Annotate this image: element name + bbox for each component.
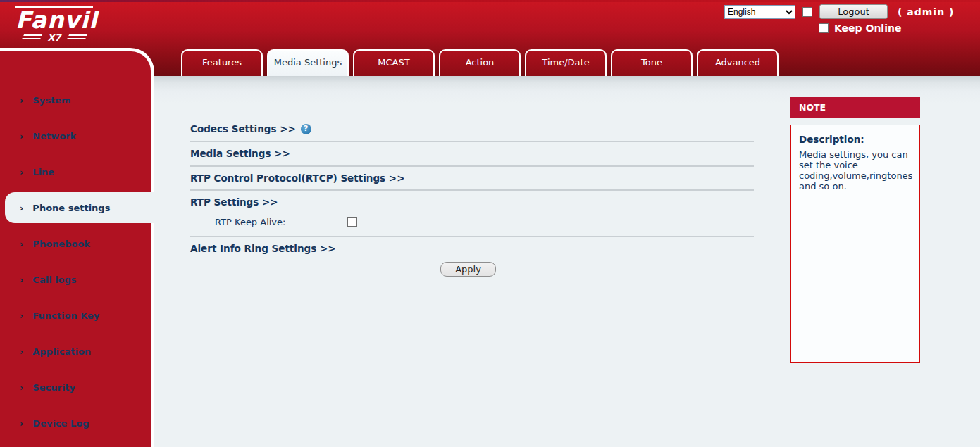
header-top-strip [0, 0, 980, 2]
section-rtcp-settings[interactable]: RTP Control Protocol(RTCP) Settings >> [190, 173, 754, 183]
chevron-right-icon [20, 346, 23, 357]
logo-speedlines-left-icon [21, 34, 42, 41]
sidebar-item-device-log[interactable]: Device Log [0, 405, 154, 441]
language-checkbox[interactable] [802, 7, 812, 17]
sidebar-item-label: System [32, 95, 70, 106]
rtp-keep-alive-checkbox[interactable] [347, 217, 357, 227]
keep-online-checkbox[interactable] [819, 23, 829, 33]
sidebar: System Network Line Phone settings Phone… [0, 48, 154, 447]
section-alert-info-ring-settings[interactable]: Alert Info Ring Settings >> [190, 244, 754, 253]
sidebar-item-network[interactable]: Network [0, 118, 154, 154]
brand-logo: Fanvil X7 [15, 6, 93, 43]
keep-online-row: Keep Online [819, 23, 901, 34]
section-divider [190, 236, 754, 237]
chevron-right-icon [20, 382, 23, 393]
sidebar-item-label: Application [32, 346, 91, 357]
chevron-right-icon [20, 131, 23, 141]
sidebar-nav: System Network Line Phone settings Phone… [0, 51, 154, 441]
section-divider [190, 141, 754, 142]
logo-speedlines-right-icon [66, 34, 87, 41]
sidebar-item-function-key[interactable]: Function Key [0, 298, 154, 334]
chevron-right-icon [20, 167, 23, 177]
sidebar-item-label: Network [32, 131, 76, 141]
section-label: RTP Settings >> [190, 197, 278, 207]
chevron-right-icon [20, 239, 23, 249]
rtp-keep-alive-label: RTP Keep Alive: [215, 217, 347, 227]
section-label: Alert Info Ring Settings >> [190, 244, 336, 253]
section-label: Media Settings >> [190, 149, 290, 158]
tab-mcast[interactable]: MCAST [353, 49, 435, 76]
tab-tone[interactable]: Tone [611, 49, 693, 76]
sidebar-item-line[interactable]: Line [0, 154, 154, 190]
apply-button[interactable]: Apply [440, 262, 496, 277]
apply-row: Apply [190, 262, 754, 277]
section-codecs-settings[interactable]: Codecs Settings >> ? [190, 124, 754, 134]
keep-online-label: Keep Online [834, 23, 901, 34]
section-media-settings[interactable]: Media Settings >> [190, 149, 754, 158]
section-label: Codecs Settings >> [190, 124, 296, 134]
main-content: Codecs Settings >> ? Media Settings >> R… [190, 120, 754, 277]
tab-media-settings[interactable]: Media Settings [267, 49, 349, 76]
sidebar-item-label: Call logs [32, 275, 76, 285]
chevron-right-icon [20, 95, 23, 106]
section-rtp-settings[interactable]: RTP Settings >> [190, 197, 754, 207]
section-divider [190, 189, 754, 191]
chevron-right-icon [20, 275, 23, 285]
tab-bar: Features Media Settings MCAST Action Tim… [181, 49, 779, 76]
sidebar-item-phone-settings[interactable]: Phone settings [5, 192, 154, 223]
brand-name: Fanvil [15, 6, 93, 32]
sidebar-item-label: Line [32, 167, 54, 177]
section-divider [190, 165, 754, 167]
chevron-right-icon [20, 203, 23, 213]
sidebar-item-label: Device Log [32, 418, 89, 429]
note-header: NOTE [790, 97, 920, 118]
sidebar-item-security[interactable]: Security [0, 370, 154, 405]
sidebar-item-label: Phonebook [32, 239, 90, 249]
chevron-right-icon [20, 310, 23, 321]
sidebar-item-system[interactable]: System [0, 82, 154, 118]
logout-button[interactable]: Logout [819, 4, 888, 19]
note-description-text: Media settings, you can set the voice co… [799, 149, 912, 191]
section-label: RTP Control Protocol(RTCP) Settings >> [190, 173, 404, 183]
sidebar-item-phonebook[interactable]: Phonebook [0, 226, 154, 262]
sidebar-item-label: Phone settings [32, 203, 110, 213]
tab-features[interactable]: Features [181, 49, 263, 76]
chevron-right-icon [20, 418, 23, 429]
top-controls: English Logout ( admin ) [724, 4, 954, 19]
brand-model: X7 [47, 32, 61, 43]
note-description-heading: Description: [799, 134, 912, 145]
help-icon[interactable]: ? [301, 124, 311, 134]
note-box: Description: Media settings, you can set… [790, 125, 920, 363]
language-select[interactable]: English [724, 5, 795, 19]
tab-time-date[interactable]: Time/Date [525, 49, 607, 76]
tab-advanced[interactable]: Advanced [697, 49, 779, 76]
tab-action[interactable]: Action [439, 49, 521, 76]
sidebar-item-label: Function Key [32, 310, 99, 321]
admin-label: ( admin ) [898, 6, 954, 18]
sidebar-item-label: Security [32, 382, 75, 393]
sidebar-item-application[interactable]: Application [0, 334, 154, 370]
sidebar-item-call-logs[interactable]: Call logs [0, 262, 154, 298]
rtp-keep-alive-row: RTP Keep Alive: [190, 217, 754, 227]
